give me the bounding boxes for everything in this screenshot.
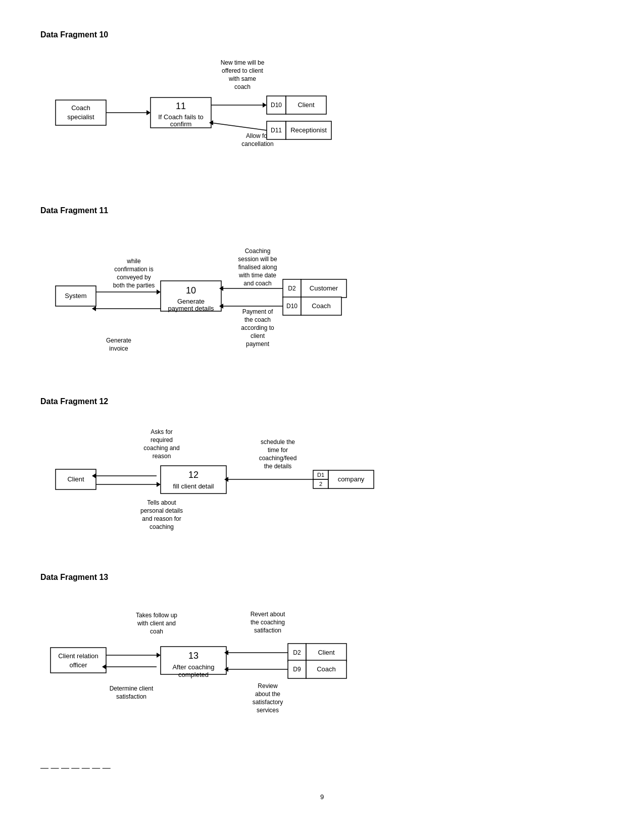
svg-text:specialist: specialist xyxy=(67,113,94,121)
page-number: 9 xyxy=(40,793,604,801)
df10-title: Data Fragment 10 xyxy=(40,30,604,39)
df10-diagram: Coach specialist 11 If Coach fails to co… xyxy=(40,50,604,181)
df13-title: Data Fragment 13 xyxy=(40,573,604,582)
svg-text:about the: about the xyxy=(255,691,280,698)
svg-text:according to: according to xyxy=(241,324,274,331)
svg-marker-34 xyxy=(157,289,161,295)
df10-svg: Coach specialist 11 If Coach fails to co… xyxy=(40,50,394,181)
svg-text:time for: time for xyxy=(268,447,288,454)
df13-svg: Takes follow up with client and coah Cli… xyxy=(40,592,404,739)
svg-text:with time date: with time date xyxy=(238,272,276,279)
svg-text:Client: Client xyxy=(318,649,335,656)
df12-diagram: Asks for required coaching and reason Cl… xyxy=(40,416,604,548)
svg-marker-42 xyxy=(92,306,96,311)
svg-text:satisfactory: satisfactory xyxy=(253,699,283,706)
svg-text:coach: coach xyxy=(234,83,251,90)
svg-text:11: 11 xyxy=(176,101,186,111)
svg-text:Client: Client xyxy=(67,475,84,483)
section-df13: Data Fragment 13 Takes follow up with cl… xyxy=(40,573,604,739)
svg-text:Revert about: Revert about xyxy=(251,611,285,618)
svg-text:satifaction: satifaction xyxy=(254,627,281,634)
svg-text:Coaching: Coaching xyxy=(245,248,271,255)
svg-text:coah: coah xyxy=(150,628,163,635)
svg-text:confirmation is: confirmation is xyxy=(114,266,153,273)
df11-diagram: System while confirmation is conveyed by… xyxy=(40,225,604,372)
section-df11: Data Fragment 11 System while confirmati… xyxy=(40,206,604,372)
svg-text:10: 10 xyxy=(186,285,196,296)
svg-text:payment details: payment details xyxy=(168,305,214,312)
svg-text:and coach: and coach xyxy=(243,280,271,287)
svg-text:2: 2 xyxy=(319,481,322,487)
svg-text:coaching and: coaching and xyxy=(143,445,179,452)
svg-text:Determine client: Determine client xyxy=(110,685,154,692)
svg-text:Asks for: Asks for xyxy=(151,428,172,435)
svg-marker-101 xyxy=(157,653,161,658)
df12-title: Data Fragment 12 xyxy=(40,397,604,406)
svg-text:the coach: the coach xyxy=(244,316,271,323)
df13-diagram: Takes follow up with client and coah Cli… xyxy=(40,592,604,739)
svg-text:Client relation: Client relation xyxy=(58,652,98,660)
svg-text:D10: D10 xyxy=(286,303,298,310)
svg-text:invoice: invoice xyxy=(109,345,128,352)
svg-marker-4 xyxy=(146,110,151,115)
svg-text:finalised along: finalised along xyxy=(238,264,277,271)
svg-text:New time will be: New time will be xyxy=(221,59,265,66)
svg-text:while: while xyxy=(126,258,141,265)
df12-svg: Asks for required coaching and reason Cl… xyxy=(40,416,404,548)
svg-text:officer: officer xyxy=(69,661,87,669)
svg-text:confirm: confirm xyxy=(170,120,192,128)
svg-text:reason: reason xyxy=(153,453,171,460)
df11-title: Data Fragment 11 xyxy=(40,206,604,215)
svg-text:Review: Review xyxy=(258,682,278,690)
section-df12: Data Fragment 12 Asks for required coach… xyxy=(40,397,604,548)
svg-text:D2: D2 xyxy=(288,285,296,292)
svg-text:cancellation: cancellation xyxy=(241,140,273,148)
svg-text:D9: D9 xyxy=(293,666,301,673)
svg-text:personal details: personal details xyxy=(140,507,183,514)
svg-text:both the parties: both the parties xyxy=(113,282,155,289)
svg-text:session will be: session will be xyxy=(238,256,277,263)
svg-marker-14 xyxy=(263,103,267,108)
svg-text:fill client detail: fill client detail xyxy=(173,482,214,490)
svg-text:13: 13 xyxy=(188,651,199,661)
svg-text:Generate: Generate xyxy=(177,298,205,305)
section-df10: Data Fragment 10 Coach specialist 11 If … xyxy=(40,30,604,181)
svg-marker-74 xyxy=(157,482,161,487)
svg-text:Coach: Coach xyxy=(312,302,331,310)
svg-text:Takes follow up: Takes follow up xyxy=(136,612,177,619)
svg-rect-97 xyxy=(51,648,106,673)
svg-text:company: company xyxy=(338,475,365,483)
svg-text:System: System xyxy=(65,292,86,300)
svg-text:D11: D11 xyxy=(271,127,282,134)
svg-text:Allow for: Allow for xyxy=(246,132,269,139)
svg-text:12: 12 xyxy=(188,470,199,480)
svg-text:schedule the: schedule the xyxy=(261,438,295,446)
svg-text:the details: the details xyxy=(264,463,292,470)
svg-text:After coaching: After coaching xyxy=(172,663,214,671)
svg-text:Generate: Generate xyxy=(106,337,131,344)
svg-text:coaching: coaching xyxy=(150,523,174,530)
svg-text:coaching/feed: coaching/feed xyxy=(259,455,297,462)
svg-text:Coach: Coach xyxy=(71,104,90,112)
svg-text:with same: with same xyxy=(228,75,256,82)
svg-text:conveyed by: conveyed by xyxy=(117,274,151,281)
svg-text:Tells about: Tells about xyxy=(147,499,176,506)
svg-text:satisfaction: satisfaction xyxy=(116,693,146,700)
svg-text:Coach: Coach xyxy=(317,665,336,673)
svg-text:completed: completed xyxy=(178,671,209,678)
svg-text:Payment of: Payment of xyxy=(242,308,273,315)
svg-text:the coaching: the coaching xyxy=(251,619,285,626)
svg-text:offered to client: offered to client xyxy=(222,67,263,74)
svg-text:Client: Client xyxy=(298,101,315,109)
partial-next-title: — — — — — — — xyxy=(40,764,604,773)
svg-text:payment: payment xyxy=(246,340,270,348)
svg-text:Receptionist: Receptionist xyxy=(290,126,327,134)
svg-text:D2: D2 xyxy=(293,649,301,656)
df11-svg: System while confirmation is conveyed by… xyxy=(40,225,404,372)
svg-text:with client and: with client and xyxy=(137,620,176,627)
svg-text:services: services xyxy=(257,707,279,714)
svg-line-21 xyxy=(211,123,267,130)
svg-text:D1: D1 xyxy=(317,472,324,478)
svg-text:and reason for: and reason for xyxy=(142,515,181,522)
svg-text:required: required xyxy=(151,436,173,444)
